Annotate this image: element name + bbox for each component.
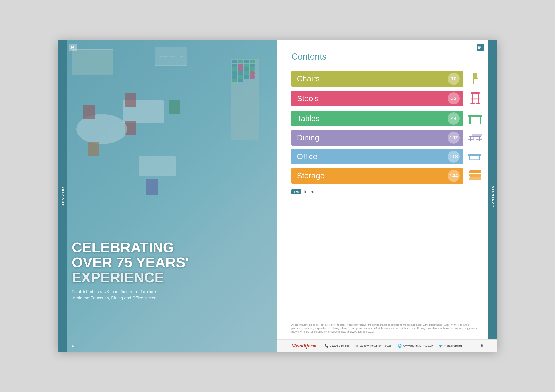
stools-number: 32 — [448, 93, 460, 104]
footer-web: 🌐 www.metalliform.co.uk — [398, 344, 433, 348]
page-spread: PERIODIC TABLE OF THE ELEMENTS — [58, 40, 497, 352]
subtext: Established as a UK manufacturer of furn… — [72, 289, 160, 301]
office-icon — [467, 150, 483, 164]
email-address: sales@metalliform.co.uk — [360, 344, 392, 347]
web-icon: 🌐 — [398, 344, 402, 348]
contents-item-chairs[interactable]: Chairs 10 — [291, 71, 483, 87]
svg-rect-26 — [468, 154, 481, 156]
page-number-left: 4 — [72, 344, 74, 348]
svg-rect-4 — [473, 72, 477, 78]
footer: Metalliform 📞 01226 350 555 ✉ sales@meta… — [278, 339, 497, 352]
logo-right: M — [477, 44, 484, 51]
classroom-background: PERIODIC TABLE OF THE ELEMENTS — [58, 40, 278, 352]
phone-icon: 📞 — [324, 344, 328, 348]
contents-heading: Contents — [291, 52, 483, 62]
chairs-number: 10 — [448, 73, 460, 85]
dining-icon — [467, 131, 483, 145]
office-label: Office — [297, 152, 317, 161]
contents-list: Chairs 10 Stools — [291, 71, 483, 184]
svg-rect-32 — [469, 178, 481, 180]
office-number: 118 — [448, 151, 460, 163]
logo-left: M — [69, 44, 77, 51]
svg-rect-13 — [476, 103, 480, 104]
contents-item-tables[interactable]: Tables 44 — [291, 110, 483, 127]
contents-item-storage[interactable]: Storage 144 — [291, 168, 483, 184]
email-icon: ✉ — [355, 344, 358, 348]
left-panel: PERIODIC TABLE OF THE ELEMENTS — [58, 40, 278, 352]
storage-bar[interactable]: Storage 144 — [291, 168, 463, 184]
page-number-right: 5 — [481, 344, 483, 348]
chairs-label: Chairs — [297, 74, 320, 83]
storage-icon — [467, 168, 483, 184]
storage-number: 144 — [448, 170, 460, 182]
svg-rect-30 — [469, 171, 481, 173]
phone-number: 01226 350 555 — [330, 344, 350, 347]
tables-bar[interactable]: Tables 44 — [291, 111, 463, 126]
svg-rect-15 — [468, 115, 482, 117]
svg-rect-23 — [472, 135, 482, 135]
contents-item-dining[interactable]: Dining 102 — [291, 130, 483, 146]
dining-label: Dining — [297, 133, 319, 142]
chairs-bar[interactable]: Chairs 10 — [291, 71, 463, 87]
website: www.metalliform.co.uk — [403, 344, 433, 347]
table-icon — [467, 110, 483, 127]
index-label: Index — [304, 190, 314, 194]
index-row: 150 Index — [291, 189, 483, 194]
svg-rect-8 — [473, 73, 474, 82]
social-handle: metalliformltd — [444, 344, 462, 347]
svg-text:M: M — [70, 45, 74, 50]
contents-item-office[interactable]: Office 118 — [291, 149, 483, 164]
svg-rect-25 — [481, 135, 482, 139]
svg-rect-22 — [476, 139, 482, 140]
office-bar[interactable]: Office 118 — [291, 149, 463, 164]
classroom-overlay — [58, 40, 278, 352]
headline: CELEBRATING OVER 75 YEARS' EXPERIENCE — [72, 240, 264, 285]
social-icon: 🐦 — [439, 344, 443, 348]
tables-number: 44 — [448, 113, 460, 124]
svg-rect-16 — [469, 117, 471, 124]
heading-line — [331, 57, 469, 57]
contents-item-stools[interactable]: Stools 32 — [291, 90, 483, 107]
svg-rect-5 — [473, 78, 478, 79]
left-panel-content: CELEBRATING OVER 75 YEARS' EXPERIENCE Es… — [72, 240, 264, 301]
contents-side-label: CONTENTS — [488, 40, 497, 352]
svg-rect-12 — [470, 103, 475, 104]
stools-label: Stools — [297, 94, 319, 103]
index-badge: 150 — [291, 189, 301, 194]
storage-label: Storage — [297, 171, 324, 180]
dining-number: 102 — [448, 132, 460, 144]
svg-rect-31 — [469, 174, 481, 177]
footer-social: 🐦 metalliformltd — [439, 344, 462, 348]
svg-rect-18 — [469, 135, 482, 137]
welcome-side-label: WELCOME — [58, 40, 67, 352]
svg-rect-7 — [477, 79, 477, 84]
svg-rect-24 — [473, 135, 474, 139]
footer-email: ✉ sales@metalliform.co.uk — [355, 344, 392, 348]
chair-icon — [467, 72, 483, 86]
right-panel: M CONTENTS Contents Chairs 10 — [278, 40, 497, 352]
svg-text:M: M — [478, 45, 482, 50]
svg-rect-9 — [471, 92, 480, 94]
footer-brand: Metalliform — [291, 343, 317, 349]
svg-rect-21 — [468, 139, 474, 140]
svg-rect-29 — [469, 159, 480, 160]
stools-bar[interactable]: Stools 32 — [291, 91, 463, 106]
dining-bar[interactable]: Dining 102 — [291, 130, 463, 146]
svg-rect-17 — [480, 117, 481, 124]
footer-phone: 📞 01226 350 555 — [324, 344, 350, 348]
stool-icon — [467, 90, 483, 107]
tables-label: Tables — [297, 114, 320, 123]
fine-print: All specifications are correct at time o… — [291, 323, 479, 334]
svg-rect-14 — [471, 98, 480, 99]
